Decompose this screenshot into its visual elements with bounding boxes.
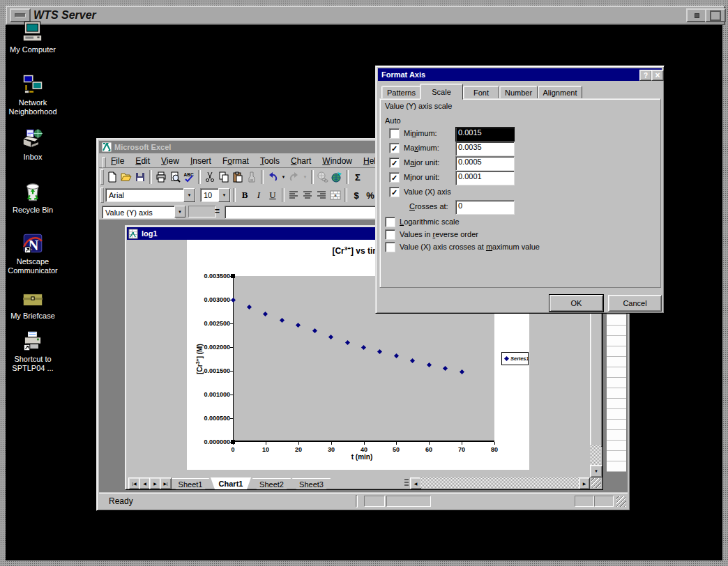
format-painter-button[interactable] xyxy=(245,170,259,184)
menu-insert[interactable]: Insert xyxy=(185,154,217,167)
dialog-tab-font[interactable]: Font xyxy=(463,86,499,100)
combo-dropdown-button[interactable]: ▼ xyxy=(183,188,195,202)
redo-button[interactable] xyxy=(287,170,301,184)
sheet-tab-chart1[interactable]: Chart1 xyxy=(211,477,251,489)
sheet-tab-sheet1[interactable]: Sheet1 xyxy=(172,478,209,489)
checkbox-value--x--axis-crosses-at-maximum-value[interactable] xyxy=(385,242,395,252)
toolbar-grip[interactable] xyxy=(100,169,104,185)
checkbox-minor-unit-[interactable]: ✓ xyxy=(389,172,400,183)
data-point[interactable] xyxy=(460,369,464,374)
toolbar-grip[interactable] xyxy=(100,188,104,203)
last-sheet-button[interactable]: ▶| xyxy=(160,477,172,489)
menu-edit[interactable]: Edit xyxy=(130,154,156,167)
y-axis-title[interactable]: [Cr3+] (M) xyxy=(195,344,204,374)
checkbox-logarithmic-scale[interactable] xyxy=(385,217,395,227)
merge-center-button[interactable]: a xyxy=(328,188,342,202)
data-point[interactable] xyxy=(280,318,285,323)
axis-selection-handle[interactable] xyxy=(231,440,235,444)
scroll-down-button[interactable]: ▼ xyxy=(590,465,602,477)
cancel-button[interactable]: Cancel xyxy=(608,295,662,312)
data-point[interactable] xyxy=(296,323,301,328)
desktop-icon-recycle-bin[interactable]: Recycle Bin xyxy=(6,180,60,215)
data-point[interactable] xyxy=(410,358,415,363)
insert-hyperlink-button[interactable] xyxy=(316,170,330,184)
maximize-button[interactable] xyxy=(705,8,726,22)
hscroll-track[interactable] xyxy=(420,477,579,488)
data-point[interactable] xyxy=(361,345,366,350)
field-input-major-unit-[interactable]: 0.0005 xyxy=(455,156,515,171)
menu-format[interactable]: Format xyxy=(217,154,255,167)
align-right-button[interactable] xyxy=(314,188,328,202)
save-button[interactable] xyxy=(133,170,147,184)
desktop-icon-netscape-communicator[interactable]: N Netscape Communicator xyxy=(6,231,60,275)
open-button[interactable] xyxy=(119,170,133,184)
dialog-tab-scale[interactable]: Scale xyxy=(420,84,463,100)
checkbox-value--x--axis[interactable]: ✓ xyxy=(389,187,400,197)
hscroll-right-button[interactable]: ▶ xyxy=(579,477,590,489)
minimize-button[interactable] xyxy=(686,8,707,22)
checkbox-maximum-[interactable]: ✓ xyxy=(389,143,400,153)
frame-edge-left[interactable] xyxy=(0,0,6,566)
data-point[interactable] xyxy=(377,349,382,354)
copy-button[interactable] xyxy=(217,170,231,184)
data-point[interactable] xyxy=(394,353,399,358)
checkbox-minimum-[interactable] xyxy=(389,128,400,139)
sheet-tab-sheet2[interactable]: Sheet2 xyxy=(252,478,291,489)
data-point[interactable] xyxy=(312,328,317,333)
field-input-crosses-at-[interactable]: 0 xyxy=(455,200,515,215)
menu-view[interactable]: View xyxy=(156,154,185,167)
menu-file[interactable]: File xyxy=(105,154,130,167)
workbook-resize-grip[interactable] xyxy=(591,478,601,488)
data-point[interactable] xyxy=(263,312,268,316)
menu-window[interactable]: Window xyxy=(317,154,358,167)
field-input-minimum-[interactable]: 0.0015 xyxy=(455,127,515,142)
desktop-icon-shortcut-sptlp04[interactable]: Shortcut to SPTLP04 ... xyxy=(6,329,60,373)
name-box[interactable]: Value (Y) axis xyxy=(102,206,176,219)
currency-style-button[interactable]: $ xyxy=(349,188,363,202)
underline-button[interactable]: U xyxy=(266,188,280,202)
data-point[interactable] xyxy=(345,340,350,345)
checkbox-major-unit-[interactable]: ✓ xyxy=(389,158,400,168)
help-button[interactable]: ? xyxy=(639,70,652,81)
autosum-button[interactable]: Σ xyxy=(351,170,365,184)
redo-dropdown-icon[interactable]: ▼ xyxy=(301,170,309,184)
chart-legend[interactable]: Series1 xyxy=(501,352,529,365)
vscroll-track[interactable] xyxy=(590,445,601,465)
x-axis-title[interactable]: t (min) xyxy=(292,453,432,461)
field-input-minor-unit-[interactable]: 0.0001 xyxy=(455,171,515,185)
italic-button[interactable]: I xyxy=(252,188,266,202)
menu-tools[interactable]: Tools xyxy=(255,154,285,167)
dialog-tab-number[interactable]: Number xyxy=(499,86,538,100)
undo-dropdown-icon[interactable]: ▼ xyxy=(280,170,287,184)
web-toolbar-button[interactable] xyxy=(330,170,344,184)
paste-button[interactable] xyxy=(231,170,245,184)
axis-selection-handle[interactable] xyxy=(231,274,235,278)
cut-button[interactable] xyxy=(203,170,217,184)
frame-edge-bottom[interactable] xyxy=(0,560,728,566)
window-resize-grip[interactable] xyxy=(616,496,626,507)
combo-dropdown-button[interactable]: ▼ xyxy=(218,188,230,202)
desktop-icon-network-neighborhood[interactable]: Network Neighborhood xyxy=(6,72,60,116)
print-button[interactable] xyxy=(154,170,168,184)
equals-button[interactable]: = xyxy=(215,206,220,216)
sheet-tab-sheet3[interactable]: Sheet3 xyxy=(292,478,331,489)
frame-edge-top[interactable] xyxy=(0,0,728,6)
new-document-button[interactable] xyxy=(105,170,119,184)
font-name-combo[interactable]: Arial ▼ xyxy=(105,188,196,202)
align-center-button[interactable] xyxy=(301,188,314,202)
desktop-icon-my-computer[interactable]: My Computer xyxy=(6,20,60,54)
data-point[interactable] xyxy=(427,362,432,367)
undo-button[interactable] xyxy=(266,170,280,184)
field-input-maximum-[interactable]: 0.0035 xyxy=(455,142,515,156)
bold-button[interactable]: B xyxy=(238,188,252,202)
ok-button[interactable]: OK xyxy=(549,295,603,312)
tab-split-handle[interactable] xyxy=(404,479,409,487)
data-point[interactable] xyxy=(328,335,333,339)
frame-edge-right[interactable] xyxy=(722,0,728,566)
close-button[interactable]: × xyxy=(651,70,664,81)
dialog-tab-alignment[interactable]: Alignment xyxy=(538,86,582,100)
data-point[interactable] xyxy=(443,366,448,371)
spelling-button[interactable]: ABC xyxy=(182,170,196,184)
data-point[interactable] xyxy=(247,305,252,309)
data-point[interactable] xyxy=(231,298,236,303)
